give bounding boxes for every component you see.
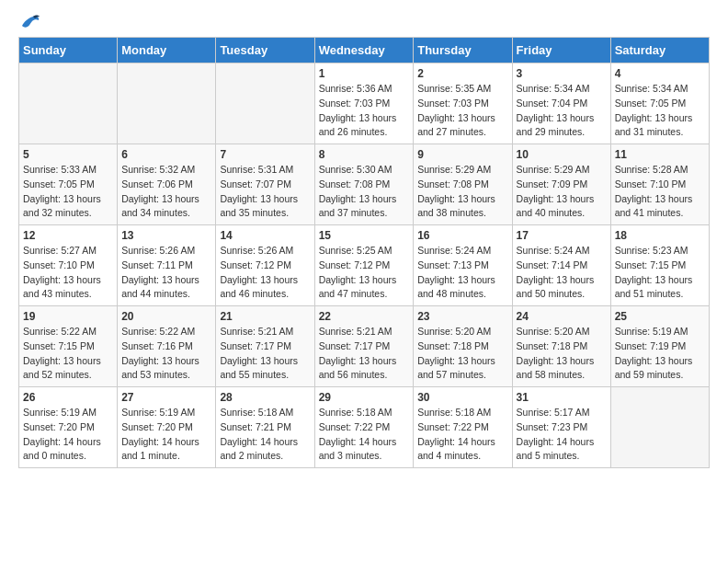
day-info: Sunrise: 5:34 AMSunset: 7:05 PMDaylight:… <box>615 82 705 140</box>
day-info: Sunrise: 5:19 AMSunset: 7:20 PMDaylight:… <box>23 406 113 464</box>
day-number: 20 <box>121 310 211 323</box>
day-info: Sunrise: 5:23 AMSunset: 7:15 PMDaylight:… <box>615 244 705 302</box>
day-number: 7 <box>220 148 310 161</box>
calendar-cell: 9Sunrise: 5:29 AMSunset: 7:08 PMDaylight… <box>414 144 512 225</box>
calendar-cell: 30Sunrise: 5:18 AMSunset: 7:22 PMDayligh… <box>414 387 512 468</box>
calendar-table: Sunday Monday Tuesday Wednesday Thursday… <box>18 37 710 468</box>
day-number: 19 <box>23 310 113 323</box>
day-number: 6 <box>121 148 211 161</box>
calendar-cell: 6Sunrise: 5:32 AMSunset: 7:06 PMDaylight… <box>118 144 216 225</box>
calendar-cell: 2Sunrise: 5:35 AMSunset: 7:03 PMDaylight… <box>414 63 512 144</box>
page-header <box>18 18 710 28</box>
calendar-cell: 16Sunrise: 5:24 AMSunset: 7:13 PMDayligh… <box>414 225 512 306</box>
calendar-cell: 28Sunrise: 5:18 AMSunset: 7:21 PMDayligh… <box>216 387 314 468</box>
day-info: Sunrise: 5:26 AMSunset: 7:12 PMDaylight:… <box>220 244 310 302</box>
day-number: 31 <box>517 391 607 404</box>
logo <box>18 18 40 28</box>
col-friday: Friday <box>512 38 610 63</box>
calendar-cell: 29Sunrise: 5:18 AMSunset: 7:22 PMDayligh… <box>314 387 414 468</box>
calendar-week-row: 12Sunrise: 5:27 AMSunset: 7:10 PMDayligh… <box>19 225 710 306</box>
day-number: 4 <box>615 67 705 80</box>
day-info: Sunrise: 5:21 AMSunset: 7:17 PMDaylight:… <box>319 325 410 383</box>
day-info: Sunrise: 5:20 AMSunset: 7:18 PMDaylight:… <box>417 325 507 383</box>
header-row: Sunday Monday Tuesday Wednesday Thursday… <box>19 38 710 63</box>
day-number: 17 <box>517 229 607 242</box>
calendar-cell: 4Sunrise: 5:34 AMSunset: 7:05 PMDaylight… <box>610 63 709 144</box>
day-number: 3 <box>517 67 607 80</box>
calendar-cell: 7Sunrise: 5:31 AMSunset: 7:07 PMDaylight… <box>216 144 314 225</box>
col-monday: Monday <box>118 38 216 63</box>
calendar-week-row: 5Sunrise: 5:33 AMSunset: 7:05 PMDaylight… <box>19 144 710 225</box>
day-info: Sunrise: 5:35 AMSunset: 7:03 PMDaylight:… <box>417 82 507 140</box>
calendar-cell: 17Sunrise: 5:24 AMSunset: 7:14 PMDayligh… <box>512 225 610 306</box>
calendar-cell: 15Sunrise: 5:25 AMSunset: 7:12 PMDayligh… <box>314 225 414 306</box>
calendar-cell: 8Sunrise: 5:30 AMSunset: 7:08 PMDaylight… <box>314 144 414 225</box>
calendar-cell: 14Sunrise: 5:26 AMSunset: 7:12 PMDayligh… <box>216 225 314 306</box>
day-info: Sunrise: 5:34 AMSunset: 7:04 PMDaylight:… <box>517 82 607 140</box>
day-info: Sunrise: 5:20 AMSunset: 7:18 PMDaylight:… <box>517 325 607 383</box>
day-number: 22 <box>319 310 410 323</box>
calendar-cell: 20Sunrise: 5:22 AMSunset: 7:16 PMDayligh… <box>118 306 216 387</box>
calendar-cell: 10Sunrise: 5:29 AMSunset: 7:09 PMDayligh… <box>512 144 610 225</box>
day-number: 15 <box>319 229 410 242</box>
col-saturday: Saturday <box>610 38 709 63</box>
calendar-cell <box>610 387 709 468</box>
day-info: Sunrise: 5:33 AMSunset: 7:05 PMDaylight:… <box>23 163 113 221</box>
day-info: Sunrise: 5:31 AMSunset: 7:07 PMDaylight:… <box>220 163 310 221</box>
day-number: 30 <box>417 391 507 404</box>
day-number: 28 <box>220 391 310 404</box>
day-info: Sunrise: 5:18 AMSunset: 7:21 PMDaylight:… <box>220 406 310 464</box>
day-number: 11 <box>615 148 705 161</box>
day-number: 16 <box>417 229 507 242</box>
col-tuesday: Tuesday <box>216 38 314 63</box>
calendar-week-row: 1Sunrise: 5:36 AMSunset: 7:03 PMDaylight… <box>19 63 710 144</box>
calendar-cell: 31Sunrise: 5:17 AMSunset: 7:23 PMDayligh… <box>512 387 610 468</box>
calendar-cell <box>216 63 314 144</box>
calendar-cell: 26Sunrise: 5:19 AMSunset: 7:20 PMDayligh… <box>19 387 118 468</box>
calendar-cell: 5Sunrise: 5:33 AMSunset: 7:05 PMDaylight… <box>19 144 118 225</box>
day-number: 18 <box>615 229 705 242</box>
day-info: Sunrise: 5:17 AMSunset: 7:23 PMDaylight:… <box>517 406 607 464</box>
day-info: Sunrise: 5:29 AMSunset: 7:08 PMDaylight:… <box>417 163 507 221</box>
calendar-cell: 24Sunrise: 5:20 AMSunset: 7:18 PMDayligh… <box>512 306 610 387</box>
day-number: 8 <box>319 148 410 161</box>
calendar-cell: 11Sunrise: 5:28 AMSunset: 7:10 PMDayligh… <box>610 144 709 225</box>
calendar-cell: 3Sunrise: 5:34 AMSunset: 7:04 PMDaylight… <box>512 63 610 144</box>
calendar-cell: 23Sunrise: 5:20 AMSunset: 7:18 PMDayligh… <box>414 306 512 387</box>
col-wednesday: Wednesday <box>314 38 414 63</box>
day-info: Sunrise: 5:29 AMSunset: 7:09 PMDaylight:… <box>517 163 607 221</box>
calendar-cell: 19Sunrise: 5:22 AMSunset: 7:15 PMDayligh… <box>19 306 118 387</box>
day-number: 10 <box>517 148 607 161</box>
day-info: Sunrise: 5:22 AMSunset: 7:15 PMDaylight:… <box>23 325 113 383</box>
logo-bird-icon <box>20 15 40 31</box>
calendar-cell: 25Sunrise: 5:19 AMSunset: 7:19 PMDayligh… <box>610 306 709 387</box>
calendar-week-row: 26Sunrise: 5:19 AMSunset: 7:20 PMDayligh… <box>19 387 710 468</box>
calendar-week-row: 19Sunrise: 5:22 AMSunset: 7:15 PMDayligh… <box>19 306 710 387</box>
day-info: Sunrise: 5:24 AMSunset: 7:13 PMDaylight:… <box>417 244 507 302</box>
calendar-cell: 1Sunrise: 5:36 AMSunset: 7:03 PMDaylight… <box>314 63 414 144</box>
col-thursday: Thursday <box>414 38 512 63</box>
col-sunday: Sunday <box>19 38 118 63</box>
day-info: Sunrise: 5:25 AMSunset: 7:12 PMDaylight:… <box>319 244 410 302</box>
day-number: 2 <box>417 67 507 80</box>
day-info: Sunrise: 5:19 AMSunset: 7:20 PMDaylight:… <box>121 406 211 464</box>
day-number: 27 <box>121 391 211 404</box>
day-number: 21 <box>220 310 310 323</box>
day-number: 9 <box>417 148 507 161</box>
day-info: Sunrise: 5:28 AMSunset: 7:10 PMDaylight:… <box>615 163 705 221</box>
day-number: 14 <box>220 229 310 242</box>
day-info: Sunrise: 5:26 AMSunset: 7:11 PMDaylight:… <box>121 244 211 302</box>
day-info: Sunrise: 5:18 AMSunset: 7:22 PMDaylight:… <box>319 406 410 464</box>
day-info: Sunrise: 5:21 AMSunset: 7:17 PMDaylight:… <box>220 325 310 383</box>
day-number: 26 <box>23 391 113 404</box>
day-number: 13 <box>121 229 211 242</box>
day-info: Sunrise: 5:36 AMSunset: 7:03 PMDaylight:… <box>319 82 410 140</box>
calendar-cell: 18Sunrise: 5:23 AMSunset: 7:15 PMDayligh… <box>610 225 709 306</box>
day-info: Sunrise: 5:30 AMSunset: 7:08 PMDaylight:… <box>319 163 410 221</box>
calendar-cell: 22Sunrise: 5:21 AMSunset: 7:17 PMDayligh… <box>314 306 414 387</box>
calendar-cell: 12Sunrise: 5:27 AMSunset: 7:10 PMDayligh… <box>19 225 118 306</box>
calendar-cell: 13Sunrise: 5:26 AMSunset: 7:11 PMDayligh… <box>118 225 216 306</box>
day-number: 24 <box>517 310 607 323</box>
day-info: Sunrise: 5:18 AMSunset: 7:22 PMDaylight:… <box>417 406 507 464</box>
day-info: Sunrise: 5:22 AMSunset: 7:16 PMDaylight:… <box>121 325 211 383</box>
